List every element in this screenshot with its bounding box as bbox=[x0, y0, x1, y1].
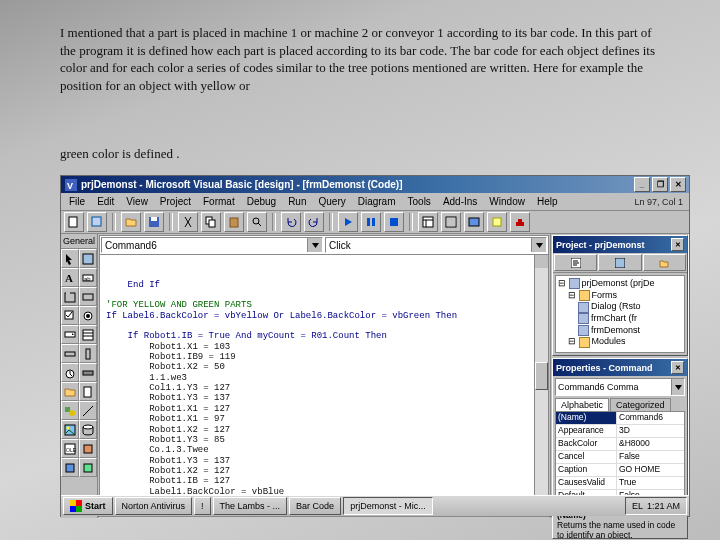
view-object-button[interactable] bbox=[598, 254, 641, 271]
scroll-thumb[interactable] bbox=[535, 362, 548, 390]
object-combo-dropdown[interactable] bbox=[307, 238, 322, 252]
tree-node[interactable]: frmChart (fr bbox=[558, 313, 682, 325]
code-line[interactable]: Robot1.Y3 = 85 bbox=[106, 435, 542, 445]
tb-open[interactable] bbox=[121, 212, 141, 232]
menu-addins[interactable]: Add-Ins bbox=[437, 196, 483, 207]
code-editor[interactable]: End If 'FOR YELLOW AND GREEN PARTSIf Lab… bbox=[100, 255, 548, 516]
tab-alphabetic[interactable]: Alphabetic bbox=[555, 398, 609, 411]
system-tray[interactable]: EL 1:21 AM bbox=[625, 497, 687, 515]
tool-picturebox[interactable] bbox=[79, 249, 97, 268]
tool-checkbox[interactable] bbox=[61, 306, 79, 325]
menu-window[interactable]: Window bbox=[483, 196, 531, 207]
code-line[interactable]: Robot1.X1 = 127 bbox=[106, 404, 542, 414]
code-line[interactable]: Robot1.X2 = 50 bbox=[106, 362, 542, 372]
property-value[interactable]: &H8000 bbox=[617, 438, 684, 450]
tb-start[interactable] bbox=[338, 212, 358, 232]
tb-save[interactable] bbox=[144, 212, 164, 232]
start-button[interactable]: Start bbox=[63, 497, 113, 515]
property-value[interactable]: Command6 bbox=[617, 412, 684, 424]
toggle-folders-button[interactable] bbox=[643, 254, 686, 271]
taskbar-item[interactable]: Bar Code bbox=[289, 497, 341, 515]
tool-dirlistbox[interactable] bbox=[61, 382, 79, 401]
code-line[interactable]: Col1.1.Y3 = 127 bbox=[106, 383, 542, 393]
close-button[interactable]: ✕ bbox=[670, 177, 686, 192]
tray-lang[interactable]: EL bbox=[632, 501, 643, 511]
tool-image[interactable] bbox=[61, 420, 79, 439]
tb-new-project[interactable] bbox=[64, 212, 84, 232]
tool-hscrollbar[interactable] bbox=[61, 344, 79, 363]
tool-custom2[interactable] bbox=[61, 458, 79, 477]
tb-properties[interactable] bbox=[441, 212, 461, 232]
tree-node[interactable]: Dialog (Rsto bbox=[558, 301, 682, 313]
taskbar-item[interactable]: prjDemonst - Mic... bbox=[343, 497, 433, 515]
tb-copy[interactable] bbox=[201, 212, 221, 232]
properties-title[interactable]: Properties - Command ✕ bbox=[553, 359, 687, 376]
code-line[interactable] bbox=[106, 321, 542, 331]
tool-label[interactable]: A bbox=[61, 268, 79, 287]
project-explorer-title[interactable]: Project - prjDemonst ✕ bbox=[553, 236, 687, 253]
tb-form-layout[interactable] bbox=[464, 212, 484, 232]
tb-paste[interactable] bbox=[224, 212, 244, 232]
tool-vscrollbar[interactable] bbox=[79, 344, 97, 363]
tree-node[interactable]: ⊟ Modules bbox=[558, 336, 682, 348]
project-tree[interactable]: ⊟ prjDemonst (prjDe⊟ FormsDialog (Rstofr… bbox=[555, 275, 685, 353]
code-line[interactable]: 'FOR YELLOW AND GREEN PARTS bbox=[106, 300, 542, 310]
procedure-combo-dropdown[interactable] bbox=[531, 238, 546, 252]
tb-project-explorer[interactable] bbox=[418, 212, 438, 232]
menu-tools[interactable]: Tools bbox=[402, 196, 437, 207]
tb-find[interactable] bbox=[247, 212, 267, 232]
tab-categorized[interactable]: Categorized bbox=[610, 398, 671, 411]
property-row[interactable]: BackColor&H8000 bbox=[556, 438, 684, 451]
property-row[interactable]: (Name)Command6 bbox=[556, 412, 684, 425]
code-line[interactable]: If Robot1.IB = True And myCount = R01.Co… bbox=[106, 331, 542, 341]
code-line[interactable]: Robot1.Y3 = 137 bbox=[106, 393, 542, 403]
menu-query[interactable]: Query bbox=[312, 196, 351, 207]
project-panel-close[interactable]: ✕ bbox=[671, 238, 684, 251]
code-line[interactable]: Robot1.Y3 = 137 bbox=[106, 456, 542, 466]
tb-end[interactable] bbox=[384, 212, 404, 232]
code-line[interactable]: Robot1.IB = 127 bbox=[106, 476, 542, 486]
tb-object-browser[interactable] bbox=[487, 212, 507, 232]
property-row[interactable]: CausesValidTrue bbox=[556, 477, 684, 490]
taskbar-item[interactable]: Norton Antivirus bbox=[115, 497, 193, 515]
tree-node[interactable]: frmDemonst bbox=[558, 325, 682, 337]
property-value[interactable]: True bbox=[617, 477, 684, 489]
tool-line[interactable] bbox=[79, 401, 97, 420]
property-row[interactable]: CaptionGO HOME bbox=[556, 464, 684, 477]
property-row[interactable]: CancelFalse bbox=[556, 451, 684, 464]
property-value[interactable]: GO HOME bbox=[617, 464, 684, 476]
object-combo[interactable]: Command6 bbox=[101, 237, 323, 253]
code-line[interactable]: Robot1.X2 = 127 bbox=[106, 425, 542, 435]
procedure-combo[interactable]: Click bbox=[325, 237, 547, 253]
tool-timer[interactable] bbox=[61, 363, 79, 382]
scroll-track[interactable] bbox=[535, 268, 548, 503]
code-line[interactable]: 1.1.we3 bbox=[106, 373, 542, 383]
property-row[interactable]: Appearance3D bbox=[556, 425, 684, 438]
properties-panel-close[interactable]: ✕ bbox=[671, 361, 684, 374]
tool-shape[interactable] bbox=[61, 401, 79, 420]
tree-root[interactable]: ⊟ prjDemonst (prjDe bbox=[558, 278, 682, 290]
tool-frame[interactable] bbox=[61, 287, 79, 306]
properties-grid[interactable]: (Name)Command6Appearance3DBackColor&H800… bbox=[555, 411, 685, 505]
tool-data[interactable] bbox=[79, 420, 97, 439]
menu-help[interactable]: Help bbox=[531, 196, 564, 207]
tool-pointer[interactable] bbox=[61, 249, 79, 268]
tb-redo[interactable] bbox=[304, 212, 324, 232]
menu-view[interactable]: View bbox=[120, 196, 154, 207]
tb-add-form[interactable] bbox=[87, 212, 107, 232]
menu-edit[interactable]: Edit bbox=[91, 196, 120, 207]
view-code-button[interactable] bbox=[554, 254, 597, 271]
menu-diagram[interactable]: Diagram bbox=[352, 196, 402, 207]
code-line[interactable]: End If bbox=[106, 280, 542, 290]
menu-file[interactable]: File bbox=[63, 196, 91, 207]
tool-drivelistbox[interactable] bbox=[79, 363, 97, 382]
tool-ole[interactable]: OLE bbox=[61, 439, 79, 458]
tool-custom1[interactable] bbox=[79, 439, 97, 458]
tree-node[interactable]: ⊟ Forms bbox=[558, 290, 682, 302]
tool-commandbutton[interactable] bbox=[79, 287, 97, 306]
code-line[interactable]: Robot1.X1 = 97 bbox=[106, 414, 542, 424]
tool-textbox[interactable]: ab bbox=[79, 268, 97, 287]
property-value[interactable]: False bbox=[617, 451, 684, 463]
tb-break[interactable] bbox=[361, 212, 381, 232]
tb-cut[interactable] bbox=[178, 212, 198, 232]
